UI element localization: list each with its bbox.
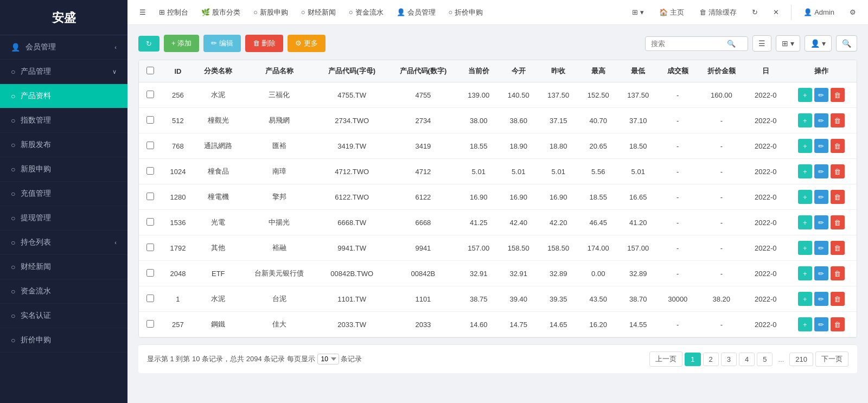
row-edit-button[interactable]: ✏ xyxy=(814,190,828,204)
row-add-button[interactable]: + xyxy=(798,88,812,102)
page-3-button[interactable]: 3 xyxy=(721,353,737,366)
row-category: 鋼鐵 xyxy=(194,312,242,337)
sidebar-item-product-info[interactable]: ○ 产品资料 xyxy=(0,84,127,108)
row-add-button[interactable]: + xyxy=(798,292,812,306)
row-edit-button[interactable]: ✏ xyxy=(814,88,828,102)
row-delete-button[interactable]: 🗑 xyxy=(831,164,845,178)
page-1-button[interactable]: 1 xyxy=(685,353,700,366)
row-checkbox[interactable] xyxy=(139,210,162,235)
user-avatar[interactable]: 👤 Admin xyxy=(798,5,840,19)
sidebar-item-capital-flow[interactable]: ○ 资金流水 xyxy=(0,279,127,304)
row-checkbox[interactable] xyxy=(139,184,162,210)
next-page-button[interactable]: 下一页 xyxy=(815,351,848,367)
row-delete-button[interactable]: 🗑 xyxy=(831,317,845,331)
row-add-button[interactable]: + xyxy=(798,241,812,255)
sidebar-item-real-name-auth[interactable]: ○ 实名认证 xyxy=(0,304,127,328)
refresh-button[interactable]: ↻ xyxy=(138,36,159,52)
list-view-button[interactable]: ☰ xyxy=(752,35,771,52)
row-delete-button[interactable]: 🗑 xyxy=(831,266,845,280)
row-checkbox[interactable] xyxy=(139,108,162,133)
row-delete-button[interactable]: 🗑 xyxy=(831,113,845,127)
home-button[interactable]: 🏠 主页 xyxy=(654,5,690,20)
search-input[interactable] xyxy=(651,40,727,48)
sidebar-item-position-list[interactable]: ○ 持仓列表 ‹ xyxy=(0,231,127,255)
row-checkbox[interactable] xyxy=(139,235,162,261)
clear-cache-button[interactable]: 🗑 清除缓存 xyxy=(694,5,742,20)
capital-flow-nav-icon: ○ xyxy=(349,8,353,16)
row-delete-button[interactable]: 🗑 xyxy=(831,292,845,306)
sidebar-item-member-management[interactable]: 👤 会员管理 ‹ xyxy=(0,35,127,60)
row-add-button[interactable]: + xyxy=(798,215,812,229)
close-tab-button[interactable]: ✕ xyxy=(768,5,784,19)
row-add-button[interactable]: + xyxy=(798,190,812,204)
row-checkbox[interactable] xyxy=(139,286,162,312)
refresh-nav-button[interactable]: ↻ xyxy=(746,5,763,19)
row-checkbox[interactable] xyxy=(139,261,162,286)
page-4-button[interactable]: 4 xyxy=(739,353,755,366)
more-button[interactable]: ⚙ 更多 xyxy=(288,35,326,52)
sidebar-item-label: 新股发布 xyxy=(21,140,117,150)
financial-news-nav-icon: ○ xyxy=(301,8,305,16)
nav-member-mgmt[interactable]: 👤 会员管理 xyxy=(391,5,441,20)
delete-button[interactable]: 🗑 删除 xyxy=(245,35,284,52)
row-add-button[interactable]: + xyxy=(798,139,812,153)
add-button[interactable]: + 添加 xyxy=(164,35,199,52)
prev-page-button[interactable]: 上一页 xyxy=(649,351,682,367)
settings-button[interactable]: ⚙ xyxy=(844,5,861,19)
nav-new-stock[interactable]: ○ 新股申购 xyxy=(248,5,293,20)
row-code-num: 2033 xyxy=(387,312,458,337)
row-code-num: 1101 xyxy=(387,286,458,312)
nav-financial-news[interactable]: ○ 财经新闻 xyxy=(296,5,341,20)
row-checkbox[interactable] xyxy=(139,133,162,159)
layout-toggle-button[interactable]: ⊞ ▾ xyxy=(627,5,649,19)
row-delete-button[interactable]: 🗑 xyxy=(831,139,845,153)
row-delete-button[interactable]: 🗑 xyxy=(831,190,845,204)
row-delete-button[interactable]: 🗑 xyxy=(831,88,845,102)
nav-stock-category[interactable]: 🌿 股市分类 xyxy=(196,5,246,20)
page-last-button[interactable]: 210 xyxy=(789,353,813,366)
row-low: 37.10 xyxy=(618,108,658,133)
sidebar-item-index-management[interactable]: ○ 指数管理 xyxy=(0,108,127,133)
sidebar-item-label: 持仓列表 xyxy=(21,238,114,247)
menu-toggle-button[interactable]: ☰ xyxy=(134,5,151,19)
sidebar-item-new-stock-apply[interactable]: ○ 新股申购 xyxy=(0,157,127,182)
row-add-button[interactable]: + xyxy=(798,266,812,280)
row-prev-close: 32.89 xyxy=(538,261,578,286)
select-all-checkbox[interactable] xyxy=(146,67,154,74)
row-date: 2022-0 xyxy=(745,133,786,159)
page-2-button[interactable]: 2 xyxy=(703,353,719,366)
row-checkbox[interactable] xyxy=(139,159,162,184)
row-low: 16.65 xyxy=(618,184,658,210)
per-page-select[interactable]: 10 20 50 xyxy=(317,354,339,364)
row-edit-button[interactable]: ✏ xyxy=(814,215,828,229)
discount-apply-nav-icon: ○ xyxy=(449,8,453,16)
nav-dashboard[interactable]: ⊞ 控制台 xyxy=(154,5,194,20)
sidebar-item-recharge-management[interactable]: ○ 充值管理 xyxy=(0,182,127,206)
filter-button[interactable]: 👤 ▾ xyxy=(805,35,832,52)
sidebar-item-new-stock-publish[interactable]: ○ 新股发布 xyxy=(0,133,127,157)
row-checkbox[interactable] xyxy=(139,312,162,337)
row-edit-button[interactable]: ✏ xyxy=(814,164,828,178)
row-add-button[interactable]: + xyxy=(798,113,812,127)
row-edit-button[interactable]: ✏ xyxy=(814,292,828,306)
page-5-button[interactable]: 5 xyxy=(757,353,773,366)
nav-discount-apply[interactable]: ○ 折价申购 xyxy=(443,5,489,20)
sidebar-item-product-management[interactable]: ○ 产品管理 ∨ xyxy=(0,60,127,84)
row-delete-button[interactable]: 🗑 xyxy=(831,215,845,229)
row-edit-button[interactable]: ✏ xyxy=(814,241,828,255)
edit-button[interactable]: ✏ 编辑 xyxy=(203,35,241,52)
row-edit-button[interactable]: ✏ xyxy=(814,113,828,127)
sidebar-item-withdraw-management[interactable]: ○ 提现管理 xyxy=(0,206,127,231)
nav-capital-flow[interactable]: ○ 资金流水 xyxy=(343,5,389,20)
row-delete-button[interactable]: 🗑 xyxy=(831,241,845,255)
row-add-button[interactable]: + xyxy=(798,317,812,331)
row-add-button[interactable]: + xyxy=(798,164,812,178)
row-edit-button[interactable]: ✏ xyxy=(814,317,828,331)
search-button[interactable]: 🔍 xyxy=(836,35,857,52)
grid-view-button[interactable]: ⊞ ▾ xyxy=(776,35,800,52)
row-checkbox[interactable] xyxy=(139,82,162,108)
row-edit-button[interactable]: ✏ xyxy=(814,139,828,153)
row-edit-button[interactable]: ✏ xyxy=(814,266,828,280)
sidebar-item-discount-apply[interactable]: ○ 折价申购 xyxy=(0,328,127,353)
sidebar-item-financial-news[interactable]: ○ 财经新闻 xyxy=(0,255,127,279)
